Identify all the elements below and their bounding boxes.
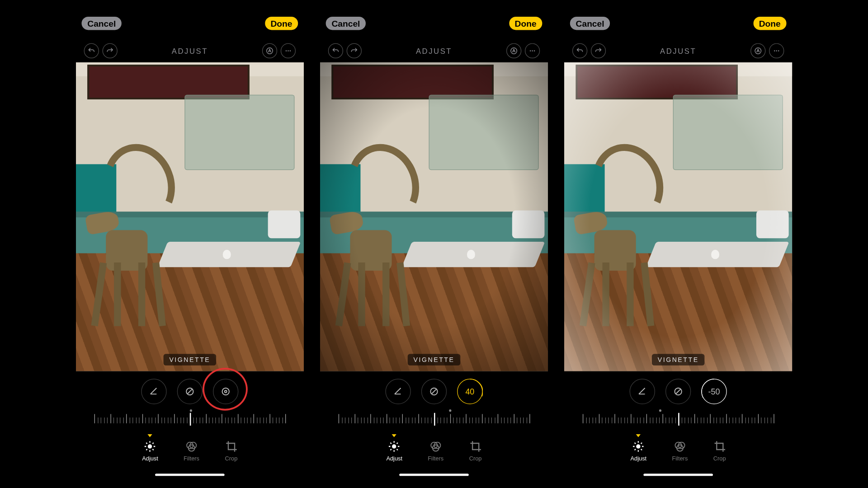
top-bar: Cancel Done (320, 7, 548, 39)
svg-line-12 (146, 442, 147, 443)
vignette-value: 40 (465, 387, 474, 396)
svg-point-6 (225, 390, 227, 393)
redo-icon[interactable] (103, 43, 118, 58)
svg-line-49 (641, 442, 642, 443)
cancel-button[interactable]: Cancel (81, 16, 122, 29)
tab-adjust-label: Adjust (142, 455, 158, 461)
parameter-label: VIGNETTE (408, 354, 461, 366)
photo-preview[interactable]: VIGNETTE (564, 62, 792, 371)
undo-icon[interactable] (572, 43, 587, 58)
done-button[interactable]: Done (753, 16, 787, 29)
secondary-toolbar: ADJUST (320, 39, 548, 62)
parameter-label: VIGNETTE (652, 354, 705, 366)
adjust-vignette-button[interactable] (213, 379, 238, 404)
top-bar: Cancel Done (76, 7, 304, 39)
svg-line-29 (391, 442, 392, 443)
tab-crop[interactable]: Crop (469, 440, 481, 461)
mode-title: ADJUST (172, 47, 208, 55)
secondary-toolbar: ADJUST (564, 39, 792, 62)
photo-preview[interactable]: VIGNETTE (76, 62, 304, 371)
tab-crop[interactable]: Crop (225, 440, 237, 461)
markup-icon[interactable] (262, 43, 277, 58)
redo-icon[interactable] (591, 43, 606, 58)
adjust-vignette-button[interactable]: -50 (701, 379, 726, 404)
svg-line-32 (397, 442, 398, 443)
mode-title: ADJUST (416, 47, 452, 55)
more-icon[interactable] (525, 43, 540, 58)
tab-filters-label: Filters (672, 455, 688, 461)
svg-line-46 (635, 442, 636, 443)
tab-filters[interactable]: Filters (428, 440, 443, 461)
redo-icon[interactable] (347, 43, 362, 58)
undo-icon[interactable] (84, 43, 99, 58)
adjust-sharpness-button[interactable] (630, 379, 655, 404)
editor-screen-1: Cancel Done ADJUST VIGNETTE (320, 7, 548, 481)
tab-filters-label: Filters (184, 455, 199, 461)
adjust-noise-button[interactable] (665, 379, 691, 404)
tab-adjust-label: Adjust (386, 455, 402, 461)
svg-point-39 (778, 50, 779, 51)
tab-crop-label: Crop (469, 455, 482, 461)
parameter-label: VIGNETTE (164, 354, 217, 366)
cancel-button[interactable]: Cancel (570, 16, 610, 29)
svg-point-5 (222, 388, 229, 395)
svg-line-48 (635, 449, 636, 450)
svg-point-1 (286, 50, 287, 51)
svg-line-14 (146, 449, 147, 450)
vignette-value: -50 (708, 387, 720, 396)
editor-screen-2: Cancel Done ADJUST VIGNETTE (564, 7, 792, 481)
home-indicator[interactable] (76, 469, 304, 481)
svg-line-30 (397, 449, 398, 450)
svg-point-2 (288, 50, 288, 51)
tab-filters[interactable]: Filters (672, 440, 688, 461)
svg-line-31 (391, 449, 392, 450)
adjust-sharpness-button[interactable] (385, 379, 410, 404)
editor-tabs: Adjust Filters Crop (564, 432, 792, 468)
tab-crop-label: Crop (713, 455, 726, 461)
adjust-tools-row: 40 (320, 371, 548, 412)
svg-point-20 (530, 50, 531, 51)
cancel-button[interactable]: Cancel (326, 16, 366, 29)
adjust-sharpness-button[interactable] (141, 379, 166, 404)
markup-icon[interactable] (750, 43, 765, 58)
svg-point-21 (532, 50, 533, 51)
svg-point-3 (290, 50, 291, 51)
done-button[interactable]: Done (265, 16, 298, 29)
tab-filters[interactable]: Filters (184, 440, 199, 461)
tab-adjust-label: Adjust (631, 455, 647, 461)
tab-filters-label: Filters (428, 455, 443, 461)
home-indicator[interactable] (564, 469, 792, 481)
undo-icon[interactable] (328, 43, 343, 58)
done-button[interactable]: Done (509, 16, 542, 29)
svg-point-24 (392, 444, 396, 448)
tab-adjust[interactable]: Adjust (386, 440, 402, 461)
value-slider[interactable] (76, 412, 304, 432)
adjust-vignette-button[interactable]: 40 (457, 379, 482, 404)
svg-line-13 (153, 449, 154, 450)
home-indicator[interactable] (320, 469, 548, 481)
svg-line-15 (153, 442, 154, 443)
value-slider[interactable] (320, 412, 548, 432)
tab-adjust[interactable]: Adjust (631, 440, 647, 461)
svg-point-7 (148, 444, 152, 448)
tab-crop-label: Crop (225, 455, 238, 461)
mode-title: ADJUST (660, 47, 696, 55)
more-icon[interactable] (769, 43, 784, 58)
photo-preview[interactable]: VIGNETTE (320, 62, 548, 371)
value-slider[interactable] (564, 412, 792, 432)
svg-point-37 (774, 50, 775, 51)
adjust-noise-button[interactable] (421, 379, 447, 404)
editor-screen-0: Cancel Done ADJUST VIGNETTE (76, 7, 304, 481)
top-bar: Cancel Done (564, 7, 792, 39)
editor-tabs: Adjust Filters Crop (76, 432, 304, 468)
tab-crop[interactable]: Crop (713, 440, 726, 461)
adjust-tools-row (76, 371, 304, 412)
secondary-toolbar: ADJUST (76, 39, 304, 62)
more-icon[interactable] (281, 43, 296, 58)
adjust-noise-button[interactable] (177, 379, 203, 404)
adjust-tools-row: -50 (564, 371, 792, 412)
tab-adjust[interactable]: Adjust (142, 440, 158, 461)
svg-point-22 (534, 50, 535, 51)
markup-icon[interactable] (506, 43, 521, 58)
editor-tabs: Adjust Filters Crop (320, 432, 548, 468)
